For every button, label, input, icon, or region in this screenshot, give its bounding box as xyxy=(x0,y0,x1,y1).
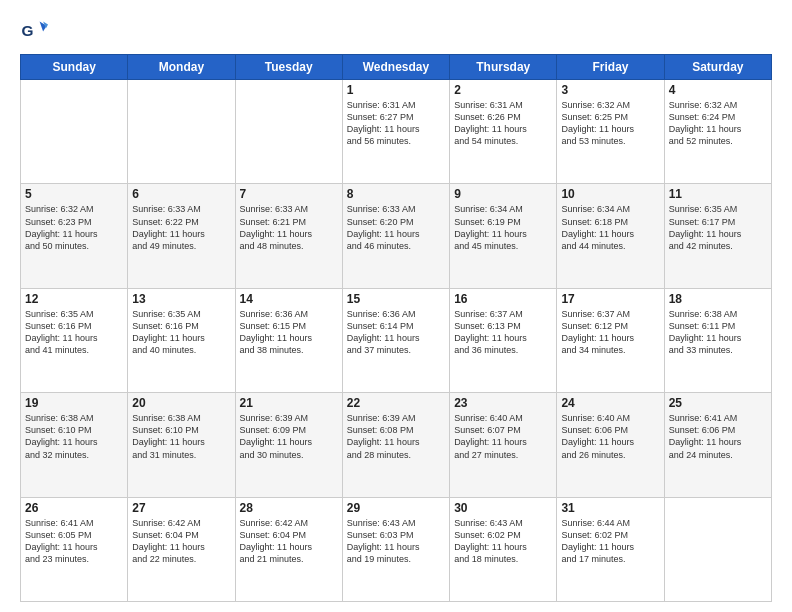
calendar-cell: 6Sunrise: 6:33 AM Sunset: 6:22 PM Daylig… xyxy=(128,184,235,288)
calendar-cell: 10Sunrise: 6:34 AM Sunset: 6:18 PM Dayli… xyxy=(557,184,664,288)
day-number: 7 xyxy=(240,187,338,201)
week-row-1: 1Sunrise: 6:31 AM Sunset: 6:27 PM Daylig… xyxy=(21,80,772,184)
calendar-cell: 18Sunrise: 6:38 AM Sunset: 6:11 PM Dayli… xyxy=(664,288,771,392)
calendar-cell: 5Sunrise: 6:32 AM Sunset: 6:23 PM Daylig… xyxy=(21,184,128,288)
day-number: 11 xyxy=(669,187,767,201)
day-info: Sunrise: 6:33 AM Sunset: 6:20 PM Dayligh… xyxy=(347,203,445,252)
day-header-tuesday: Tuesday xyxy=(235,55,342,80)
calendar-cell xyxy=(21,80,128,184)
day-header-friday: Friday xyxy=(557,55,664,80)
week-row-4: 19Sunrise: 6:38 AM Sunset: 6:10 PM Dayli… xyxy=(21,393,772,497)
day-info: Sunrise: 6:37 AM Sunset: 6:12 PM Dayligh… xyxy=(561,308,659,357)
calendar-cell: 31Sunrise: 6:44 AM Sunset: 6:02 PM Dayli… xyxy=(557,497,664,601)
calendar-cell: 30Sunrise: 6:43 AM Sunset: 6:02 PM Dayli… xyxy=(450,497,557,601)
calendar-cell: 4Sunrise: 6:32 AM Sunset: 6:24 PM Daylig… xyxy=(664,80,771,184)
day-number: 6 xyxy=(132,187,230,201)
calendar-cell: 27Sunrise: 6:42 AM Sunset: 6:04 PM Dayli… xyxy=(128,497,235,601)
day-number: 9 xyxy=(454,187,552,201)
calendar-cell: 24Sunrise: 6:40 AM Sunset: 6:06 PM Dayli… xyxy=(557,393,664,497)
day-info: Sunrise: 6:38 AM Sunset: 6:11 PM Dayligh… xyxy=(669,308,767,357)
day-info: Sunrise: 6:39 AM Sunset: 6:08 PM Dayligh… xyxy=(347,412,445,461)
week-row-2: 5Sunrise: 6:32 AM Sunset: 6:23 PM Daylig… xyxy=(21,184,772,288)
day-number: 12 xyxy=(25,292,123,306)
day-number: 22 xyxy=(347,396,445,410)
day-header-monday: Monday xyxy=(128,55,235,80)
day-info: Sunrise: 6:37 AM Sunset: 6:13 PM Dayligh… xyxy=(454,308,552,357)
day-number: 24 xyxy=(561,396,659,410)
day-number: 28 xyxy=(240,501,338,515)
calendar-cell xyxy=(664,497,771,601)
calendar-table: SundayMondayTuesdayWednesdayThursdayFrid… xyxy=(20,54,772,602)
day-info: Sunrise: 6:43 AM Sunset: 6:02 PM Dayligh… xyxy=(454,517,552,566)
day-info: Sunrise: 6:33 AM Sunset: 6:22 PM Dayligh… xyxy=(132,203,230,252)
day-info: Sunrise: 6:42 AM Sunset: 6:04 PM Dayligh… xyxy=(132,517,230,566)
day-number: 23 xyxy=(454,396,552,410)
day-info: Sunrise: 6:42 AM Sunset: 6:04 PM Dayligh… xyxy=(240,517,338,566)
day-number: 2 xyxy=(454,83,552,97)
week-row-3: 12Sunrise: 6:35 AM Sunset: 6:16 PM Dayli… xyxy=(21,288,772,392)
day-header-saturday: Saturday xyxy=(664,55,771,80)
day-number: 10 xyxy=(561,187,659,201)
calendar-cell: 13Sunrise: 6:35 AM Sunset: 6:16 PM Dayli… xyxy=(128,288,235,392)
day-info: Sunrise: 6:36 AM Sunset: 6:14 PM Dayligh… xyxy=(347,308,445,357)
day-info: Sunrise: 6:31 AM Sunset: 6:27 PM Dayligh… xyxy=(347,99,445,148)
day-header-sunday: Sunday xyxy=(21,55,128,80)
day-info: Sunrise: 6:41 AM Sunset: 6:06 PM Dayligh… xyxy=(669,412,767,461)
day-number: 4 xyxy=(669,83,767,97)
day-info: Sunrise: 6:32 AM Sunset: 6:23 PM Dayligh… xyxy=(25,203,123,252)
calendar-cell: 29Sunrise: 6:43 AM Sunset: 6:03 PM Dayli… xyxy=(342,497,449,601)
day-number: 31 xyxy=(561,501,659,515)
calendar-cell: 28Sunrise: 6:42 AM Sunset: 6:04 PM Dayli… xyxy=(235,497,342,601)
day-info: Sunrise: 6:38 AM Sunset: 6:10 PM Dayligh… xyxy=(132,412,230,461)
day-number: 18 xyxy=(669,292,767,306)
calendar-cell: 7Sunrise: 6:33 AM Sunset: 6:21 PM Daylig… xyxy=(235,184,342,288)
calendar-cell: 21Sunrise: 6:39 AM Sunset: 6:09 PM Dayli… xyxy=(235,393,342,497)
calendar-cell: 11Sunrise: 6:35 AM Sunset: 6:17 PM Dayli… xyxy=(664,184,771,288)
day-number: 30 xyxy=(454,501,552,515)
calendar-cell: 1Sunrise: 6:31 AM Sunset: 6:27 PM Daylig… xyxy=(342,80,449,184)
calendar-cell: 2Sunrise: 6:31 AM Sunset: 6:26 PM Daylig… xyxy=(450,80,557,184)
day-info: Sunrise: 6:44 AM Sunset: 6:02 PM Dayligh… xyxy=(561,517,659,566)
day-number: 15 xyxy=(347,292,445,306)
day-info: Sunrise: 6:40 AM Sunset: 6:06 PM Dayligh… xyxy=(561,412,659,461)
day-number: 19 xyxy=(25,396,123,410)
day-number: 20 xyxy=(132,396,230,410)
day-header-thursday: Thursday xyxy=(450,55,557,80)
calendar-cell: 23Sunrise: 6:40 AM Sunset: 6:07 PM Dayli… xyxy=(450,393,557,497)
calendar-header-row: SundayMondayTuesdayWednesdayThursdayFrid… xyxy=(21,55,772,80)
logo-icon: G xyxy=(20,16,48,44)
day-number: 29 xyxy=(347,501,445,515)
day-number: 5 xyxy=(25,187,123,201)
day-info: Sunrise: 6:35 AM Sunset: 6:17 PM Dayligh… xyxy=(669,203,767,252)
day-number: 21 xyxy=(240,396,338,410)
day-number: 26 xyxy=(25,501,123,515)
calendar-cell: 15Sunrise: 6:36 AM Sunset: 6:14 PM Dayli… xyxy=(342,288,449,392)
calendar-cell: 16Sunrise: 6:37 AM Sunset: 6:13 PM Dayli… xyxy=(450,288,557,392)
calendar-cell: 14Sunrise: 6:36 AM Sunset: 6:15 PM Dayli… xyxy=(235,288,342,392)
day-info: Sunrise: 6:38 AM Sunset: 6:10 PM Dayligh… xyxy=(25,412,123,461)
calendar-cell: 12Sunrise: 6:35 AM Sunset: 6:16 PM Dayli… xyxy=(21,288,128,392)
day-info: Sunrise: 6:34 AM Sunset: 6:19 PM Dayligh… xyxy=(454,203,552,252)
day-number: 3 xyxy=(561,83,659,97)
calendar-cell: 22Sunrise: 6:39 AM Sunset: 6:08 PM Dayli… xyxy=(342,393,449,497)
logo: G xyxy=(20,16,52,44)
calendar-cell xyxy=(235,80,342,184)
calendar-cell: 9Sunrise: 6:34 AM Sunset: 6:19 PM Daylig… xyxy=(450,184,557,288)
calendar-cell: 3Sunrise: 6:32 AM Sunset: 6:25 PM Daylig… xyxy=(557,80,664,184)
day-number: 13 xyxy=(132,292,230,306)
day-info: Sunrise: 6:41 AM Sunset: 6:05 PM Dayligh… xyxy=(25,517,123,566)
header: G xyxy=(20,16,772,44)
page: G SundayMondayTuesdayWednesdayThursdayFr… xyxy=(0,0,792,612)
week-row-5: 26Sunrise: 6:41 AM Sunset: 6:05 PM Dayli… xyxy=(21,497,772,601)
day-number: 8 xyxy=(347,187,445,201)
day-info: Sunrise: 6:43 AM Sunset: 6:03 PM Dayligh… xyxy=(347,517,445,566)
day-number: 17 xyxy=(561,292,659,306)
calendar-cell: 19Sunrise: 6:38 AM Sunset: 6:10 PM Dayli… xyxy=(21,393,128,497)
day-number: 16 xyxy=(454,292,552,306)
day-info: Sunrise: 6:32 AM Sunset: 6:25 PM Dayligh… xyxy=(561,99,659,148)
day-number: 25 xyxy=(669,396,767,410)
day-info: Sunrise: 6:34 AM Sunset: 6:18 PM Dayligh… xyxy=(561,203,659,252)
day-info: Sunrise: 6:35 AM Sunset: 6:16 PM Dayligh… xyxy=(25,308,123,357)
calendar-cell: 17Sunrise: 6:37 AM Sunset: 6:12 PM Dayli… xyxy=(557,288,664,392)
day-info: Sunrise: 6:40 AM Sunset: 6:07 PM Dayligh… xyxy=(454,412,552,461)
